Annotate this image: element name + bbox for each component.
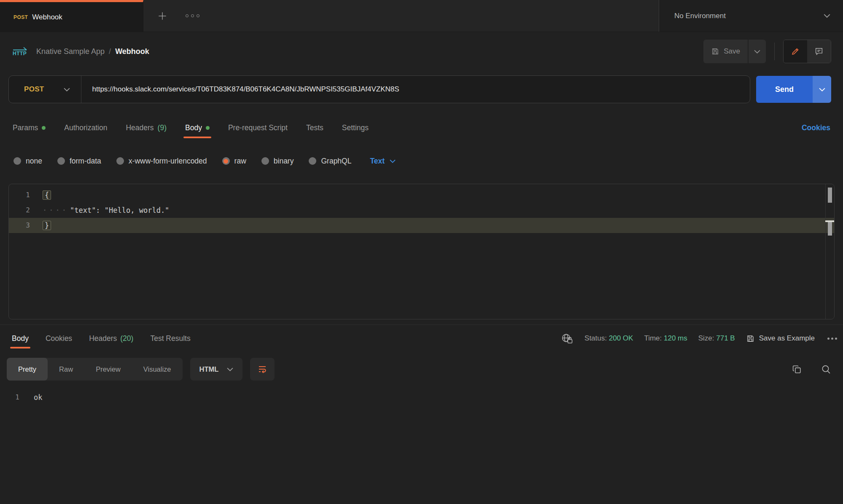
tab-tests[interactable]: Tests <box>297 108 333 147</box>
size-pair: Size: 771 B <box>698 334 735 343</box>
request-header: HTTP Knative Sample App / Webhook Save <box>0 32 843 71</box>
size-value: 771 B <box>716 334 735 342</box>
save-options-button[interactable] <box>749 40 766 63</box>
response-tab-test-results[interactable]: Test Results <box>142 325 199 352</box>
line-number: 2 <box>9 203 43 218</box>
send-options-button[interactable] <box>813 76 831 103</box>
tab-body[interactable]: Body <box>176 108 219 147</box>
tab-params[interactable]: Params <box>3 108 55 147</box>
mode-graphql[interactable]: GraphQL <box>309 157 351 166</box>
time-value: 120 ms <box>664 334 687 342</box>
view-preview[interactable]: Preview <box>84 358 132 381</box>
response-view-switcher: Pretty Raw Preview Visualize <box>7 358 183 381</box>
url-input[interactable]: https://hooks.slack.com/services/T06TD83… <box>81 85 399 94</box>
format-label: HTML <box>199 365 219 373</box>
method-selector[interactable]: POST <box>9 76 81 103</box>
response-line: 1 ok <box>0 390 843 405</box>
postman-app: POST Webhook No Environment HTTP Knative… <box>0 0 843 504</box>
chevron-down-icon <box>227 367 233 371</box>
open-request-tab[interactable]: POST Webhook <box>0 0 143 32</box>
editor-scrollbar[interactable] <box>825 184 834 319</box>
response-tab-headers[interactable]: Headers(20) <box>81 325 142 352</box>
radio-icon <box>57 157 65 165</box>
tab-headers[interactable]: Headers(9) <box>116 108 176 147</box>
send-button[interactable]: Send <box>756 76 813 103</box>
view-raw[interactable]: Raw <box>48 358 84 381</box>
request-body-editor[interactable]: 1 { 2 ····"text": "Hello, world." 3 } <box>8 184 835 319</box>
save-button[interactable]: Save <box>703 40 748 63</box>
code-text: "text": "Hello, world." <box>70 206 169 214</box>
chevron-down-icon <box>819 88 825 91</box>
status-value: 200 OK <box>609 334 633 342</box>
url-bar: POST https://hooks.slack.com/services/T0… <box>8 75 750 103</box>
new-tab-button[interactable] <box>157 11 168 21</box>
response-text: ok <box>34 390 42 405</box>
wrap-lines-button[interactable] <box>250 358 275 381</box>
tab-title: Webhook <box>32 13 62 21</box>
tab-authorization[interactable]: Authorization <box>55 108 116 147</box>
view-pretty[interactable]: Pretty <box>7 358 48 381</box>
params-indicator-dot <box>42 126 46 130</box>
bracket-highlight: { <box>43 190 51 200</box>
scrollbar-thumb[interactable] <box>828 188 832 203</box>
request-tabs: Params Authorization Headers(9) Body Pre… <box>0 108 843 147</box>
response-options-icon[interactable] <box>827 338 837 340</box>
response-format-selector[interactable]: HTML <box>190 358 243 381</box>
view-visualize[interactable]: Visualize <box>132 358 183 381</box>
raw-language-selector[interactable]: Text <box>370 157 396 166</box>
mode-form-data[interactable]: form-data <box>57 157 101 166</box>
status-label: Status: <box>584 334 607 342</box>
time-pair: Time: 120 ms <box>644 334 687 343</box>
comment-icon <box>814 47 824 56</box>
search-icon[interactable] <box>821 364 831 375</box>
chevron-down-icon <box>824 14 830 18</box>
headers-count: (9) <box>158 123 167 132</box>
radio-icon <box>261 157 269 165</box>
bracket-highlight: } <box>43 221 51 230</box>
http-request-icon: HTTP <box>13 47 28 56</box>
chevron-down-icon <box>754 50 760 54</box>
mode-binary[interactable]: binary <box>261 157 294 166</box>
cookies-link[interactable]: Cookies <box>802 123 840 132</box>
tab-options-icon[interactable] <box>186 14 199 17</box>
line-number: 1 <box>0 390 34 405</box>
breadcrumb-collection[interactable]: Knative Sample App <box>36 47 105 56</box>
radio-icon <box>116 157 124 165</box>
response-tab-cookies[interactable]: Cookies <box>37 325 81 352</box>
cursor-overview-mark <box>828 222 832 236</box>
editor-line: 1 { <box>9 188 834 203</box>
active-tab-indicator <box>10 347 30 349</box>
response-meta: Status: 200 OK Time: 120 ms Size: 771 B … <box>561 325 837 352</box>
editor-line-current: 3 } <box>9 218 834 233</box>
save-button-group: Save <box>703 40 766 63</box>
edit-request-button[interactable] <box>784 40 807 63</box>
tab-settings[interactable]: Settings <box>333 108 378 147</box>
copy-icon[interactable] <box>792 364 802 375</box>
response-tab-body[interactable]: Body <box>3 325 37 352</box>
header-divider <box>774 43 775 60</box>
whitespace-dots: ···· <box>43 206 68 214</box>
size-label: Size: <box>698 334 714 342</box>
response-toolbar: Pretty Raw Preview Visualize HTML <box>0 358 843 381</box>
send-button-group: Send <box>756 76 831 103</box>
save-as-example-button[interactable]: Save as Example <box>746 334 815 343</box>
response-actions <box>792 364 831 375</box>
environment-selector[interactable]: No Environment <box>659 0 843 32</box>
chevron-down-icon <box>390 159 396 163</box>
radio-selected-icon <box>222 157 230 165</box>
radio-icon <box>309 157 316 165</box>
comments-button[interactable] <box>807 40 831 63</box>
mode-raw[interactable]: raw <box>222 157 246 166</box>
mode-none[interactable]: none <box>13 157 42 166</box>
line-number: 3 <box>9 218 43 233</box>
response-body-viewer[interactable]: 1 ok <box>0 381 843 405</box>
wrap-text-icon <box>257 364 267 374</box>
network-globe-lock-icon[interactable] <box>561 333 574 344</box>
breadcrumb-request-name[interactable]: Webhook <box>115 47 149 56</box>
save-icon <box>711 47 719 56</box>
mode-x-www-form-urlencoded[interactable]: x-www-form-urlencoded <box>116 157 207 166</box>
tab-pre-request-script[interactable]: Pre-request Script <box>219 108 297 147</box>
status-pair: Status: 200 OK <box>584 334 633 343</box>
time-label: Time: <box>644 334 662 342</box>
breadcrumb-separator: / <box>109 47 111 56</box>
